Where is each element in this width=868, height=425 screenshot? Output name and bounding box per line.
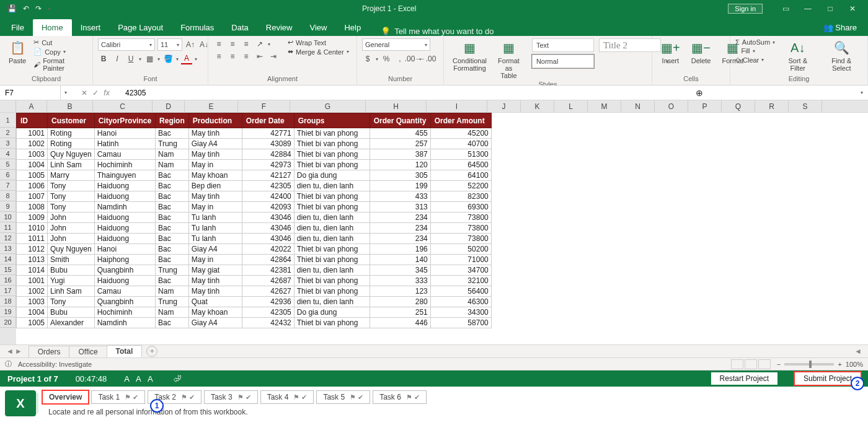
table-row[interactable]: 1003Quy NguyenCamauNamMay tinh42884Thiet… [17,149,492,160]
cell[interactable]: 1013 [17,255,48,265]
cell[interactable]: 40700 [430,139,491,149]
fill-button[interactable]: ↓ Fill ▾ [735,47,775,55]
cell[interactable]: 120 [370,160,430,170]
cell[interactable]: Haiduong [94,276,155,286]
cell[interactable]: 234 [370,234,430,244]
cell[interactable]: Bubu [48,307,95,318]
font-size-controls[interactable]: A A A [124,374,155,383]
cell[interactable]: May tinh [188,276,242,286]
table-header[interactable]: Groups [294,113,370,128]
cell[interactable]: 251 [370,307,430,318]
copy-button[interactable]: 📄 Copy ▾ [33,48,87,56]
cell[interactable]: 1003 [17,297,48,307]
cell[interactable]: 71000 [430,255,491,265]
column-header-E[interactable]: E [185,100,238,112]
name-box-dropdown-icon[interactable]: ▾ [61,90,71,95]
row-header-13[interactable]: 13 [0,243,16,254]
table-row[interactable]: 1010JohnHaiduongBacTu lanh43046dien tu, … [17,223,492,234]
enter-formula-icon[interactable]: ✓ [92,89,99,97]
number-format-combo[interactable]: General▾ [362,38,430,51]
paste-button[interactable]: 📋Paste [5,38,30,66]
cell[interactable]: 42687 [242,276,294,286]
zoom-level[interactable]: 100% [846,361,863,368]
minimize-icon[interactable]: — [797,4,818,13]
decrease-indent-icon[interactable]: ⇤ [254,51,265,62]
formula-expand-icon[interactable]: ▾ [856,90,868,95]
cell[interactable]: Haiduong [94,223,155,234]
table-row[interactable]: 1007TonyHaiduongBacMay tinh42400Thiet bi… [17,191,492,202]
font-name-combo[interactable]: Calibri▾ [98,38,155,51]
row-header-5[interactable]: 5 [0,159,16,170]
cell[interactable]: Haiduong [94,181,155,191]
fx-icon[interactable]: fx [104,89,109,97]
cell[interactable]: Bac [156,181,189,191]
cell[interactable]: May tinh [188,191,242,202]
cell[interactable]: 1002 [17,139,48,149]
table-header[interactable]: Order Date [242,113,294,128]
cell[interactable]: 64100 [430,170,491,181]
cell[interactable]: 82300 [430,191,491,202]
row-header-11[interactable]: 11 [0,222,16,233]
conditional-formatting-button[interactable]: ▦Conditional Formatting [449,38,490,73]
cell[interactable]: 42022 [242,244,294,255]
cell-style-normal[interactable]: Normal [532,55,594,68]
cell[interactable]: Bac [156,255,189,265]
column-header-L[interactable]: L [554,100,588,112]
decrease-decimal-icon[interactable]: ←.00 [422,53,433,64]
column-header-R[interactable]: R [755,100,789,112]
cell[interactable]: 196 [370,244,430,255]
column-header-I[interactable]: I [427,100,487,112]
column-header-F[interactable]: F [238,100,290,112]
cell[interactable]: May khoan [188,307,242,318]
merge-center-button[interactable]: ⬌ Merge & Center ▾ [288,48,349,56]
cut-button[interactable]: ✂ Cut [33,38,87,46]
cell[interactable]: 34700 [430,265,491,276]
cell[interactable]: dien tu, dien lanh [294,181,370,191]
save-icon[interactable]: 💾 [7,4,17,13]
cell[interactable]: Hatinh [94,139,155,149]
cell[interactable]: 42973 [242,160,294,170]
task-tab-5[interactable]: Task 5⚑ ✔ [316,390,370,404]
task-tab-1[interactable]: Task 1⚑ ✔ [91,390,145,404]
table-row[interactable]: 1004BubuHochiminhNamMay khoan42305Do gia… [17,307,492,318]
table-row[interactable]: 1008TonyNamdinhBacMay in42093Thiet bi va… [17,202,492,212]
autosum-button[interactable]: Σ AutoSum ▾ [735,38,775,46]
cell[interactable]: 34300 [430,307,491,318]
cell[interactable]: 313 [370,202,430,212]
next-sheet-icon[interactable]: ► [15,347,22,356]
cell[interactable]: Thiet bi van phong [294,244,370,255]
cell[interactable]: 1009 [17,212,48,223]
tab-data[interactable]: Data [223,19,257,36]
comma-icon[interactable]: , [394,53,405,64]
cell[interactable]: 280 [370,297,430,307]
cell[interactable]: Thiet bi van phong [294,286,370,297]
cell[interactable]: Roting [48,128,95,139]
row-header-7[interactable]: 7 [0,180,16,191]
increase-indent-icon[interactable]: ⇥ [268,51,279,62]
cell[interactable]: Tu lanh [188,212,242,223]
cell[interactable]: Hanoi [94,244,155,255]
column-header-Q[interactable]: Q [722,100,755,112]
row-header-3[interactable]: 3 [0,138,16,149]
cell[interactable]: Bac [156,276,189,286]
task-tab-6[interactable]: Task 6⚑ ✔ [373,390,427,404]
cell[interactable]: Thiet bi van phong [294,149,370,160]
cell[interactable]: Thiet bi van phong [294,255,370,265]
font-color-button[interactable]: A [181,53,192,64]
table-row[interactable]: 1004Linh SamHochiminhNamMay in42973Thiet… [17,160,492,170]
cell[interactable]: 1004 [17,160,48,170]
cell[interactable]: Quy Nguyen [48,244,95,255]
cell[interactable]: John [48,212,95,223]
tab-formulas[interactable]: Formulas [172,19,223,36]
cell[interactable]: Hanoi [94,128,155,139]
accessibility-status[interactable]: Accessibility: Investigate [18,361,92,368]
page-break-view-icon[interactable] [758,359,771,369]
tab-view[interactable]: View [301,19,335,36]
zoom-slider[interactable]: − + 100% [777,361,863,368]
cell[interactable]: Nam [156,149,189,160]
cell[interactable]: 42627 [242,286,294,297]
cell[interactable]: Tony [48,297,95,307]
cell[interactable]: May khoan [188,170,242,181]
row-header-16[interactable]: 16 [0,275,16,286]
new-sheet-button[interactable]: + [146,346,157,357]
